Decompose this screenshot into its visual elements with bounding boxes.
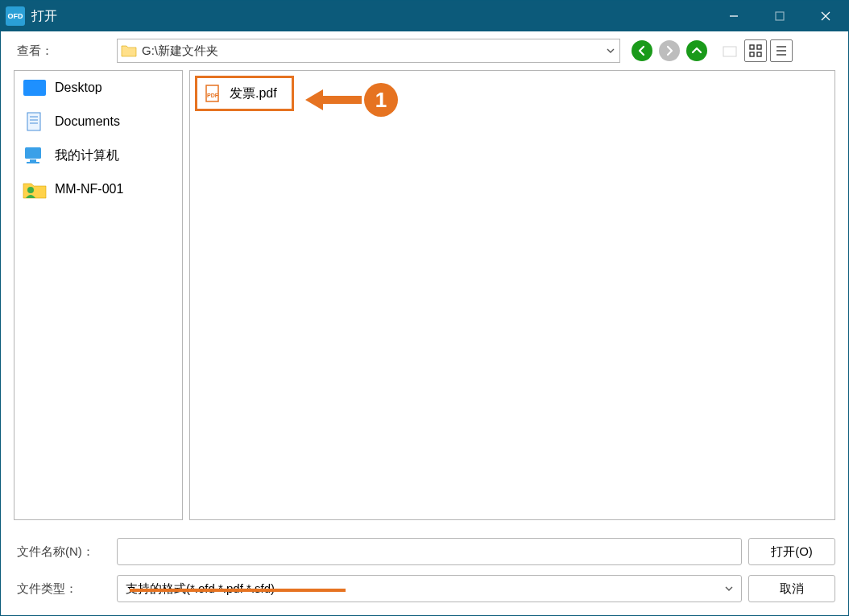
cancel-button[interactable]: 取消: [748, 575, 835, 602]
close-button[interactable]: [802, 1, 848, 31]
svg-rect-4: [723, 47, 736, 56]
look-in-label: 查看：: [14, 43, 110, 59]
folder-icon: [121, 43, 137, 58]
forward-button[interactable]: [659, 40, 680, 61]
computer-icon: [23, 145, 47, 166]
sidebar-item-user-folder[interactable]: MM-NF-001: [14, 172, 182, 206]
user-folder-icon: [23, 179, 47, 200]
sidebar-item-label: Desktop: [55, 81, 102, 95]
sidebar-item-label: 我的计算机: [55, 147, 119, 164]
svg-rect-5: [750, 45, 754, 49]
filename-input[interactable]: [117, 538, 742, 565]
filetype-label: 文件类型：: [14, 581, 110, 597]
svg-rect-1: [776, 12, 784, 20]
svg-rect-19: [27, 162, 39, 163]
look-in-combo[interactable]: G:\新建文件夹: [117, 39, 620, 63]
svg-text:PDF: PDF: [207, 93, 219, 98]
filename-row: 文件名称(N)： 打开(O): [14, 538, 835, 565]
icons-view-button[interactable]: [744, 39, 767, 62]
app-icon: OFD: [6, 6, 25, 26]
file-item-invoice[interactable]: PDF 发票.pdf: [195, 76, 294, 111]
sidebar-item-label: MM-NF-001: [55, 182, 123, 196]
places-sidebar[interactable]: Desktop Documents 我的计算机 MM-NF-001: [14, 70, 183, 520]
look-in-path: G:\新建文件夹: [142, 43, 605, 59]
bottom-panel: 文件名称(N)： 打开(O) 文件类型： 支持的格式(*.ofd *.pdf *…: [1, 530, 848, 615]
sidebar-item-computer[interactable]: 我的计算机: [14, 138, 182, 172]
back-button[interactable]: [632, 40, 652, 61]
sidebar-item-desktop[interactable]: Desktop: [14, 71, 182, 105]
maximize-button[interactable]: [756, 1, 802, 31]
svg-rect-18: [30, 159, 36, 162]
open-button[interactable]: 打开(O): [748, 538, 835, 565]
chevron-down-icon: [723, 583, 735, 594]
view-button-group: [719, 39, 793, 62]
svg-rect-6: [757, 45, 761, 49]
annotation-underline: [130, 589, 346, 592]
desktop-icon: [23, 77, 47, 98]
file-list[interactable]: PDF 发票.pdf: [189, 70, 835, 520]
svg-rect-13: [27, 113, 40, 130]
nav-button-group: [632, 40, 707, 61]
svg-rect-7: [750, 52, 754, 56]
file-item-label: 发票.pdf: [230, 85, 277, 102]
toolbar: 查看： G:\新建文件夹: [1, 31, 848, 70]
filename-label: 文件名称(N)：: [14, 544, 110, 560]
open-file-dialog: OFD 打开 查看： G:\新建文件夹: [0, 0, 849, 616]
minimize-button[interactable]: [710, 1, 756, 31]
sidebar-item-documents[interactable]: Documents: [14, 105, 182, 138]
svg-rect-12: [23, 80, 46, 96]
cancel-button-label: 取消: [780, 581, 804, 597]
titlebar: OFD 打开: [1, 1, 848, 31]
body-area: Desktop Documents 我的计算机 MM-NF-001: [1, 70, 848, 530]
app-icon-text: OFD: [8, 12, 23, 20]
svg-rect-8: [757, 52, 761, 56]
window-controls: [710, 1, 848, 31]
list-view-button[interactable]: [770, 39, 793, 62]
open-button-label: 打开(O): [771, 544, 813, 560]
filetype-row: 文件类型： 支持的格式(*.ofd *.pdf *.sfd) 取消: [14, 575, 835, 602]
pdf-icon: PDF: [204, 85, 222, 102]
new-folder-button[interactable]: [719, 39, 741, 62]
documents-icon: [23, 111, 47, 132]
up-button[interactable]: [686, 40, 707, 61]
sidebar-item-label: Documents: [55, 114, 120, 129]
svg-rect-17: [25, 147, 41, 159]
svg-point-20: [27, 187, 34, 193]
chevron-down-icon: [605, 45, 616, 56]
window-title: 打开: [31, 8, 57, 25]
